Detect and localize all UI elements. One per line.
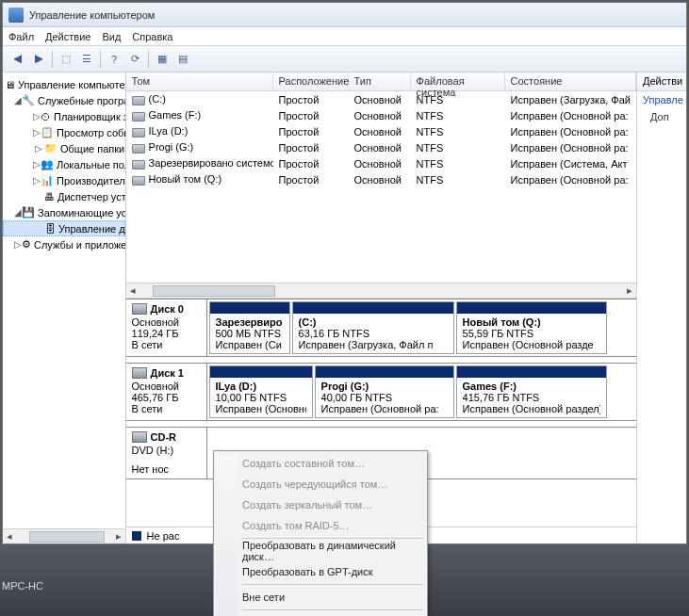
scroll-thumb[interactable] <box>29 531 105 543</box>
collapse-icon[interactable]: ◢ <box>14 95 22 105</box>
expand-icon[interactable]: ▷ <box>33 159 41 170</box>
refresh-button[interactable]: ⟳ <box>125 50 144 69</box>
ctx-properties[interactable]: Свойства <box>216 612 425 616</box>
window-title: Управление компьютером <box>29 9 155 21</box>
view-detail-button[interactable]: ▤ <box>173 50 192 69</box>
disk-row: Диск 1Основной465,76 ГБВ сетиILya (D:)10… <box>126 363 636 421</box>
tree-group-services[interactable]: ▷⚙Службы и приложения <box>3 236 125 252</box>
volume-row[interactable]: Новый том (Q:)ПростойОсновнойNTFSИсправе… <box>126 171 636 187</box>
ctx-convert-dynamic[interactable]: Преобразовать в динамический диск… <box>216 541 425 561</box>
tools-icon: 🔧 <box>22 94 35 107</box>
scroll-left-icon[interactable]: ◂ <box>126 284 139 298</box>
col-type[interactable]: Тип <box>349 73 411 90</box>
tree-hscrollbar[interactable]: ◂ ▸ <box>3 528 125 543</box>
tree-label: Локальные пользовате <box>57 159 126 170</box>
disk-info[interactable]: Диск 1Основной465,76 ГБВ сети <box>126 364 207 420</box>
volume-row[interactable]: Games (F:)ПростойОсновнойNTFSИсправен (О… <box>126 107 636 123</box>
volume-icon <box>132 112 145 122</box>
expand-icon[interactable]: ▷ <box>33 127 41 138</box>
clock-icon: ⏲ <box>41 110 51 123</box>
disk-icon <box>132 303 147 315</box>
volume-row[interactable]: Зарезервировано системойПростойОсновнойN… <box>126 155 636 171</box>
menu-file[interactable]: Файл <box>8 31 34 42</box>
menu-action[interactable]: Действие <box>45 31 90 42</box>
tree-label: Службы и приложения <box>34 239 126 251</box>
context-menu-separator <box>242 584 423 585</box>
tree-item-perf[interactable]: ▷📊Производительность <box>3 172 125 188</box>
tree-group-storage[interactable]: ◢💾Запоминающие устройст <box>3 204 125 220</box>
scroll-thumb[interactable] <box>153 285 275 297</box>
scroll-right-icon[interactable]: ▸ <box>623 284 636 298</box>
tree-item-scheduler[interactable]: ▷⏲Планировщик заданий <box>3 108 125 124</box>
disk-row: Диск 0Основной119,24 ГБВ сетиЗарезервиро… <box>126 299 636 357</box>
tree-label: Управление компьютером (л <box>18 79 126 90</box>
partition[interactable]: (C:)63,16 ГБ NTFSИсправен (Загрузка, Фай… <box>292 301 454 354</box>
disk-icon <box>132 367 147 379</box>
actions-header: Действи <box>637 73 686 91</box>
partition[interactable]: Зарезервиро500 МБ NTFSИсправен (Си <box>209 301 290 354</box>
tree-label: Планировщик заданий <box>54 111 126 122</box>
event-icon: 📋 <box>41 126 54 139</box>
tree-group-tools[interactable]: ◢ 🔧 Служебные программы <box>3 92 125 108</box>
ctx-offline[interactable]: Вне сети <box>216 587 425 608</box>
nav-back-button[interactable]: ⯇ <box>8 50 27 69</box>
partition[interactable]: ILya (D:)10,00 ГБ NTFSИсправен (Основной <box>209 365 313 418</box>
scroll-left-icon[interactable]: ◂ <box>3 530 16 543</box>
menu-help[interactable]: Справка <box>132 31 172 42</box>
col-volume[interactable]: Том <box>126 73 273 90</box>
partition[interactable]: Progi (G:)40,00 ГБ NTFSИсправен (Основно… <box>315 365 454 418</box>
expand-icon[interactable]: ▷ <box>33 111 41 122</box>
disk-info[interactable]: Диск 0Основной119,24 ГБВ сети <box>126 300 207 356</box>
ctx-create-raid5: Создать том RAID-5… <box>216 515 425 536</box>
partition-bar <box>293 302 453 314</box>
col-fs[interactable]: Файловая система <box>411 73 505 90</box>
tree-root[interactable]: 🖥 Управление компьютером (л <box>3 76 125 92</box>
volume-icon <box>132 176 145 186</box>
volume-icon <box>132 144 145 154</box>
tree-item-devmgr[interactable]: 🖶Диспетчер устройств <box>3 188 125 204</box>
properties-button[interactable]: ☰ <box>77 50 96 69</box>
menu-view[interactable]: Вид <box>102 31 121 42</box>
view-list-button[interactable]: ▦ <box>153 50 172 69</box>
expand-icon[interactable]: ▷ <box>33 143 44 154</box>
toolbar-separator <box>52 51 53 68</box>
expand-icon[interactable]: ▷ <box>14 239 22 250</box>
col-status[interactable]: Состояние <box>505 73 636 90</box>
disk-info[interactable]: CD-RDVD (H:)Нет нос <box>126 428 207 478</box>
scroll-right-icon[interactable]: ▸ <box>112 530 125 543</box>
col-layout[interactable]: Расположение <box>273 73 349 90</box>
expand-icon[interactable]: ▷ <box>33 175 41 186</box>
volume-icon <box>132 128 145 138</box>
actions-item[interactable]: Доп <box>637 108 686 125</box>
ctx-convert-gpt[interactable]: Преобразовать в GPT-диск <box>216 561 425 582</box>
collapse-icon[interactable]: ◢ <box>14 207 22 218</box>
volume-row[interactable]: ILya (D:)ПростойОсновнойNTFSИсправен (Ос… <box>126 123 636 139</box>
partition[interactable]: Games (F:)415,76 ГБ NTFSИсправен (Основн… <box>456 365 607 418</box>
volume-row[interactable]: Progi (G:)ПростойОсновнойNTFSИсправен (О… <box>126 139 636 155</box>
volume-icon <box>132 96 145 105</box>
tree-item-shared[interactable]: ▷📁Общие папки <box>3 140 125 156</box>
actions-item[interactable]: Управле <box>637 91 686 108</box>
partition-bar <box>210 366 312 378</box>
up-button[interactable]: ⬚ <box>57 50 75 69</box>
ctx-create-mirrored: Создать зеркальный том… <box>216 494 425 515</box>
tree-label: Общие папки <box>60 143 124 154</box>
volume-icon <box>132 160 145 170</box>
grid-hscrollbar[interactable]: ◂ ▸ <box>126 283 636 298</box>
partition[interactable]: Новый том (Q:)55,59 ГБ NTFSИсправен (Осн… <box>456 301 607 354</box>
legend-swatch <box>132 531 141 541</box>
disk-icon: 🗄 <box>45 222 56 235</box>
context-menu-separator <box>242 609 423 610</box>
tree-item-disk-management[interactable]: 🗄Управление дисками <box>3 220 125 236</box>
navigation-tree[interactable]: 🖥 Управление компьютером (л ◢ 🔧 Служебны… <box>3 73 126 543</box>
tree-item-events[interactable]: ▷📋Просмотр событий <box>3 124 125 140</box>
tree-label: Производительность <box>57 175 126 186</box>
titlebar[interactable]: Управление компьютером <box>3 3 686 27</box>
actions-pane: Действи Управле Доп <box>637 73 686 543</box>
context-menu: Создать составной том… Создать чередующи… <box>213 450 428 616</box>
tree-item-users[interactable]: ▷👥Локальные пользовате <box>3 156 125 172</box>
device-icon: 🖶 <box>44 190 55 203</box>
help-button[interactable]: ? <box>105 50 123 69</box>
nav-forward-button[interactable]: ⯈ <box>29 50 48 69</box>
volume-row[interactable]: (C:)ПростойОсновнойNTFSИсправен (Загрузк… <box>126 91 636 107</box>
